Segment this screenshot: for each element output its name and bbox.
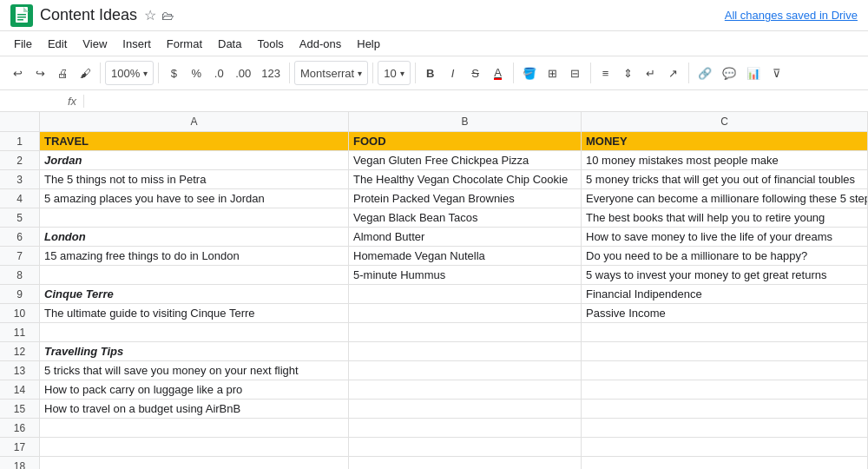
row-num-16[interactable]: 16: [0, 419, 40, 437]
filter-button[interactable]: ⊽: [766, 61, 787, 85]
cell-6c[interactable]: How to save money to live the life of yo…: [582, 228, 868, 246]
italic-button[interactable]: I: [443, 61, 464, 85]
cell-8a[interactable]: [40, 266, 349, 284]
row-num-1[interactable]: 1: [0, 132, 40, 150]
bold-button[interactable]: B: [420, 61, 441, 85]
cell-13c[interactable]: [582, 361, 868, 380]
cell-14c[interactable]: [582, 380, 868, 399]
cell-7c[interactable]: Do you need to be a millionare to be hap…: [582, 247, 868, 265]
row-num-8[interactable]: 8: [0, 266, 40, 284]
cell-7b[interactable]: Homemade Vegan Nutella: [349, 247, 582, 265]
cell-10c[interactable]: Passive Income: [582, 304, 868, 322]
currency-button[interactable]: $: [163, 61, 184, 85]
cell-18a[interactable]: [40, 457, 349, 469]
undo-button[interactable]: ↩: [7, 61, 28, 85]
cell-17b[interactable]: [349, 438, 582, 456]
strikethrough-button[interactable]: S: [465, 61, 486, 85]
folder-icon[interactable]: 🗁: [161, 9, 174, 23]
cell-13b[interactable]: [349, 361, 582, 380]
rotate-button[interactable]: ↗: [663, 61, 684, 85]
document-title[interactable]: Content Ideas: [40, 6, 137, 24]
cell-18b[interactable]: [349, 457, 582, 469]
cell-6b[interactable]: Almond Butter: [349, 228, 582, 246]
cell-7a[interactable]: 15 amazing free things to do in London: [40, 247, 349, 265]
menu-view[interactable]: View: [76, 35, 114, 53]
menu-insert[interactable]: Insert: [115, 35, 158, 53]
cell-18c[interactable]: [582, 457, 868, 469]
menu-format[interactable]: Format: [160, 35, 209, 53]
halign-button[interactable]: ≡: [595, 61, 616, 85]
paint-format-button[interactable]: 🖌: [75, 61, 95, 85]
cell-1b[interactable]: FOOD: [349, 132, 582, 150]
link-button[interactable]: 🔗: [694, 61, 716, 85]
text-color-button[interactable]: A: [488, 61, 509, 85]
row-num-9[interactable]: 9: [0, 285, 40, 303]
chart-button[interactable]: 📊: [742, 61, 765, 85]
cell-16a[interactable]: [40, 419, 349, 437]
redo-button[interactable]: ↪: [30, 61, 50, 85]
cell-14a[interactable]: How to pack carry on luggage like a pro: [40, 380, 349, 399]
row-num-4[interactable]: 4: [0, 189, 40, 208]
cell-2c[interactable]: 10 money mistakes most people make: [582, 151, 868, 169]
merge-cells-button[interactable]: ⊟: [565, 61, 586, 85]
cell-9b[interactable]: [349, 285, 582, 303]
cell-3c[interactable]: 5 money tricks that will get you out of …: [582, 170, 868, 188]
cell-8c[interactable]: 5 ways to invest your money to get great…: [582, 266, 868, 284]
decimal-increase-button[interactable]: .00: [231, 61, 255, 85]
borders-button[interactable]: ⊞: [542, 61, 563, 85]
row-num-3[interactable]: 3: [0, 170, 40, 188]
menu-tools[interactable]: Tools: [250, 35, 290, 53]
star-icon[interactable]: ☆: [144, 7, 156, 23]
row-num-12[interactable]: 12: [0, 342, 40, 360]
row-num-15[interactable]: 15: [0, 400, 40, 418]
col-header-a[interactable]: A: [40, 112, 349, 131]
cell-16c[interactable]: [582, 419, 868, 437]
cell-4b[interactable]: Protein Packed Vegan Brownies: [349, 189, 582, 208]
col-header-b[interactable]: B: [349, 112, 582, 131]
cell-10b[interactable]: [349, 304, 582, 322]
zoom-select[interactable]: 100% ▾: [105, 61, 154, 85]
cell-14b[interactable]: [349, 380, 582, 399]
menu-file[interactable]: File: [7, 35, 39, 53]
cell-13a[interactable]: 5 tricks that will save you money on you…: [40, 361, 349, 380]
menu-data[interactable]: Data: [211, 35, 248, 53]
cell-15a[interactable]: How to travel on a budget using AirBnB: [40, 400, 349, 418]
row-num-18[interactable]: 18: [0, 457, 40, 469]
cell-3a[interactable]: The 5 things not to miss in Petra: [40, 170, 349, 188]
row-num-13[interactable]: 13: [0, 361, 40, 380]
cell-12c[interactable]: [582, 342, 868, 360]
cell-17c[interactable]: [582, 438, 868, 456]
cell-4a[interactable]: 5 amazing places you have to see in Jord…: [40, 189, 349, 208]
row-num-7[interactable]: 7: [0, 247, 40, 265]
cell-2b[interactable]: Vegan Gluten Free Chickpea Pizza: [349, 151, 582, 169]
row-num-10[interactable]: 10: [0, 304, 40, 322]
cell-2a[interactable]: Jordan: [40, 151, 349, 169]
cell-11b[interactable]: [349, 323, 582, 341]
cell-9a[interactable]: Cinque Terre: [40, 285, 349, 303]
print-button[interactable]: 🖨: [52, 61, 73, 85]
row-num-17[interactable]: 17: [0, 438, 40, 456]
cell-11a[interactable]: [40, 323, 349, 341]
decimal-decrease-button[interactable]: .0: [208, 61, 229, 85]
cell-5b[interactable]: Vegan Black Bean Tacos: [349, 208, 582, 227]
percent-button[interactable]: %: [186, 61, 207, 85]
cell-17a[interactable]: [40, 438, 349, 456]
row-num-2[interactable]: 2: [0, 151, 40, 169]
fill-color-button[interactable]: 🪣: [518, 61, 541, 85]
comment-button[interactable]: 💬: [718, 61, 740, 85]
cell-4c[interactable]: Everyone can become a millionare followi…: [582, 189, 868, 208]
cell-1a[interactable]: TRAVEL: [40, 132, 349, 150]
cell-5c[interactable]: The best books that will help you to ret…: [582, 208, 868, 227]
cell-15c[interactable]: [582, 400, 868, 418]
cell-15b[interactable]: [349, 400, 582, 418]
cell-11c[interactable]: [582, 323, 868, 341]
cell-5a[interactable]: [40, 208, 349, 227]
cell-10a[interactable]: The ultimate guide to visiting Cinque Te…: [40, 304, 349, 322]
font-select[interactable]: Montserrat ▾: [294, 61, 368, 85]
wrap-button[interactable]: ↵: [641, 61, 661, 85]
col-header-c[interactable]: C: [582, 112, 868, 131]
cell-3b[interactable]: The Healthy Vegan Chocolate Chip Cookie: [349, 170, 582, 188]
more-formats-button[interactable]: 123: [257, 61, 285, 85]
row-num-14[interactable]: 14: [0, 380, 40, 399]
row-num-5[interactable]: 5: [0, 208, 40, 227]
